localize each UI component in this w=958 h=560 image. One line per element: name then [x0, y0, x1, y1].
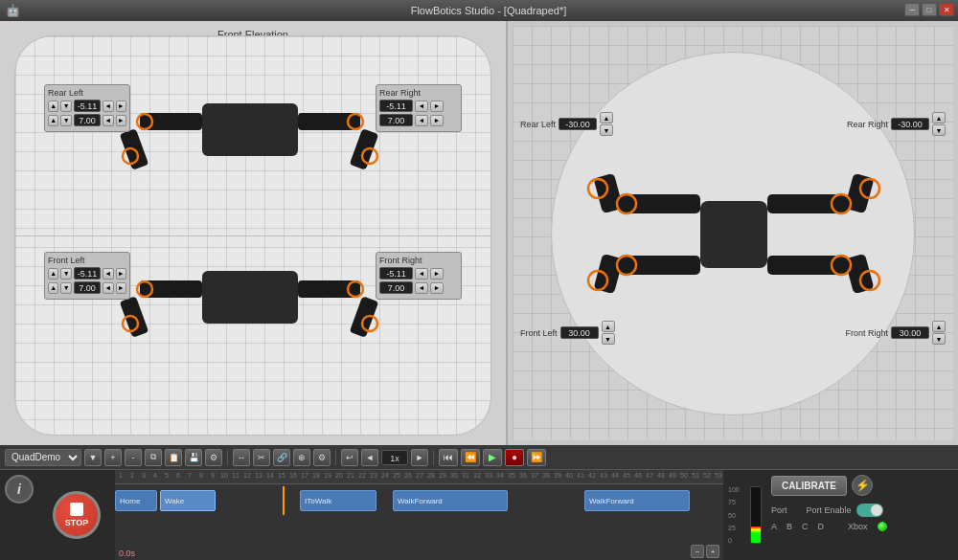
- rear-left-l2[interactable]: ►: [116, 115, 126, 126]
- track-home[interactable]: Home: [115, 490, 157, 511]
- rewind-btn[interactable]: ⏮: [439, 449, 458, 466]
- top-viewport: Rear Left -30.00 ▲ ▼ Rear Right -30.00 ▲…: [513, 26, 953, 440]
- right-panel: CALIBRATE ⚡ Port Port Enable A B C D Xbo…: [766, 470, 958, 560]
- top-rear-left-btn2[interactable]: ▼: [600, 124, 613, 136]
- minimize-btn[interactable]: ─: [904, 3, 920, 16]
- front-right-r1[interactable]: ◄: [415, 268, 428, 280]
- track-walk1[interactable]: WalkForward: [393, 490, 508, 511]
- top-rear-right-val: -30.00: [891, 118, 929, 130]
- top-rear-left-val: -30.00: [559, 118, 597, 130]
- rear-left-l1[interactable]: ►: [116, 101, 126, 112]
- remove-btn[interactable]: -: [125, 449, 142, 466]
- front-right-val1: -5.11: [379, 267, 413, 280]
- svg-rect-31: [767, 256, 849, 275]
- stop-button[interactable]: STOP: [53, 491, 101, 539]
- speed-up-btn[interactable]: ►: [411, 449, 428, 466]
- track-itowalk[interactable]: IToWalk: [300, 490, 376, 511]
- speed-down-btn[interactable]: ◄: [361, 449, 378, 466]
- save-btn[interactable]: 💾: [185, 449, 202, 466]
- paste-btn[interactable]: 📋: [165, 449, 182, 466]
- rear-left-r1[interactable]: ◄: [103, 101, 113, 112]
- port-enable-label: Port Enable: [807, 505, 852, 515]
- rear-right-l1[interactable]: ►: [430, 101, 444, 112]
- copy-btn[interactable]: ⧉: [145, 449, 162, 466]
- separator1: [227, 450, 228, 465]
- front-left-l2[interactable]: ►: [116, 282, 126, 294]
- top-front-right-btn1[interactable]: ▲: [932, 321, 946, 332]
- front-left-up1[interactable]: ▲: [48, 268, 58, 280]
- top-elevation-circle: [551, 52, 915, 415]
- rear-left-ctrl: Rear Left ▲ ▼ -5.11 ◄ ► ▲ ▼ 7.00 ◄ ►: [44, 84, 130, 132]
- top-rear-left-ctrl: Rear Left -30.00 ▲ ▼: [520, 112, 613, 136]
- info-btn[interactable]: i: [5, 475, 34, 504]
- front-left-down2[interactable]: ▼: [60, 282, 71, 294]
- top-front-left-val: 30.00: [560, 326, 599, 339]
- close-btn[interactable]: ✕: [939, 3, 954, 16]
- scroll-right-btn[interactable]: +: [706, 545, 719, 558]
- timeline-toolbar: QuadDemo ▼ + - ⧉ 📋 💾 ⚙ ↔ ✂ 🔗 ⊕ ⚙ ↩ ◄ 1x …: [0, 445, 958, 470]
- front-right-ctrl: Front Right -5.11 ◄ ► 7.00 ◄ ►: [376, 252, 462, 300]
- rear-right-l2[interactable]: ►: [430, 115, 444, 126]
- app-icon: 🤖: [6, 4, 20, 17]
- svg-rect-9: [202, 271, 298, 324]
- loop-btn[interactable]: ↩: [341, 449, 358, 466]
- track-wake[interactable]: Wake: [160, 490, 216, 511]
- link-btn[interactable]: 🔗: [273, 449, 290, 466]
- speed-display: 1x: [381, 450, 408, 465]
- calibrate-button[interactable]: CALIBRATE: [771, 476, 847, 496]
- maximize-btn[interactable]: □: [922, 3, 937, 16]
- front-right-l1[interactable]: ►: [430, 268, 444, 280]
- port-d-label: D: [818, 522, 825, 531]
- bluetooth-icon[interactable]: ⚡: [852, 475, 873, 496]
- rear-right-r2[interactable]: ◄: [415, 115, 428, 126]
- cut-btn[interactable]: ✂: [253, 449, 270, 466]
- top-front-right-btn2[interactable]: ▼: [932, 333, 946, 345]
- record-btn[interactable]: ●: [505, 449, 524, 466]
- front-left-ctrl: Front Left ▲ ▼ -5.11 ◄ ► ▲ ▼ 7.00 ◄ ►: [44, 252, 130, 300]
- rear-left-down1[interactable]: ▼: [60, 101, 71, 112]
- top-rear-left-btn1[interactable]: ▲: [600, 112, 613, 123]
- info-label: i: [17, 482, 21, 497]
- rear-left-down2[interactable]: ▼: [60, 115, 71, 126]
- scroll-left-btn[interactable]: −: [691, 545, 704, 558]
- settings-btn[interactable]: ⚙: [205, 449, 222, 466]
- front-left-r2[interactable]: ◄: [103, 282, 113, 294]
- timeline: QuadDemo ▼ + - ⧉ 📋 💾 ⚙ ↔ ✂ 🔗 ⊕ ⚙ ↩ ◄ 1x …: [0, 445, 958, 560]
- settings2-btn[interactable]: ⚙: [313, 449, 331, 466]
- dropdown-arrow[interactable]: ▼: [84, 449, 102, 466]
- content-area: Front Elevation: [0, 21, 958, 445]
- front-left-up2[interactable]: ▲: [48, 282, 58, 294]
- port-a-label: A: [771, 522, 777, 531]
- top-front-left-btn1[interactable]: ▲: [602, 321, 615, 332]
- rear-left-up2[interactable]: ▲: [48, 115, 58, 126]
- front-elevation-panel: Front Elevation: [0, 21, 508, 445]
- port-b-label: B: [787, 522, 792, 531]
- playhead[interactable]: [283, 486, 285, 515]
- front-right-r2[interactable]: ◄: [415, 282, 428, 294]
- move-btn[interactable]: ↔: [233, 449, 250, 466]
- top-rear-right-btn2[interactable]: ▼: [932, 124, 946, 136]
- front-right-label: Front Right: [379, 256, 458, 265]
- track-walk2[interactable]: WalkForward: [584, 490, 690, 511]
- level-meter-area: 100 75 50 25 0: [723, 470, 766, 560]
- time-display: 0.0s: [119, 549, 135, 558]
- front-left-down1[interactable]: ▼: [60, 268, 71, 280]
- rear-left-up1[interactable]: ▲: [48, 101, 58, 112]
- front-right-l2[interactable]: ►: [430, 282, 444, 294]
- next-btn[interactable]: ⏩: [527, 449, 546, 466]
- preset-dropdown[interactable]: QuadDemo: [5, 449, 81, 466]
- add-btn[interactable]: +: [104, 449, 122, 466]
- prev-btn[interactable]: ⏪: [461, 449, 480, 466]
- rear-left-r2[interactable]: ◄: [103, 115, 113, 126]
- top-view-svg: [552, 53, 916, 416]
- front-left-r1[interactable]: ◄: [103, 268, 113, 280]
- svg-rect-27: [619, 256, 700, 275]
- top-rear-right-btn1[interactable]: ▲: [932, 112, 946, 123]
- stop-label: STOP: [65, 518, 88, 527]
- top-front-left-btn2[interactable]: ▼: [602, 333, 615, 345]
- expand-btn[interactable]: ⊕: [293, 449, 310, 466]
- front-left-l1[interactable]: ►: [116, 268, 126, 280]
- play-btn[interactable]: ▶: [483, 449, 502, 466]
- rear-right-r1[interactable]: ◄: [415, 101, 428, 112]
- port-enable-toggle[interactable]: [856, 504, 883, 517]
